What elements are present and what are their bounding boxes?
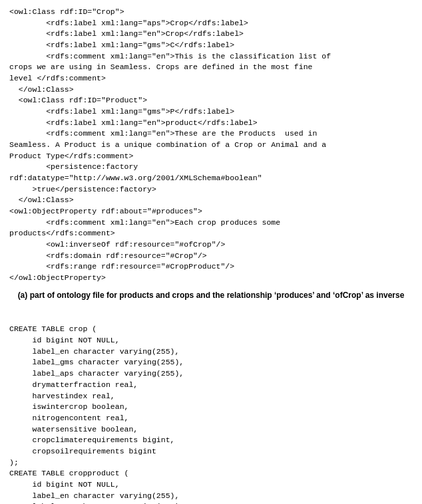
ontology-code-section: <owl:Class rdf:ID="Crop"> <rdfs:label xm…	[9, 7, 413, 284]
sql-code-section: CREATE TABLE crop ( id bigint NOT NULL, …	[9, 313, 413, 504]
caption-ontology: (a) part of ontology file for products a…	[9, 289, 413, 301]
sql-code: CREATE TABLE crop ( id bigint NOT NULL, …	[9, 313, 413, 504]
ontology-code: <owl:Class rdf:ID="Crop"> <rdfs:label xm…	[9, 7, 413, 284]
